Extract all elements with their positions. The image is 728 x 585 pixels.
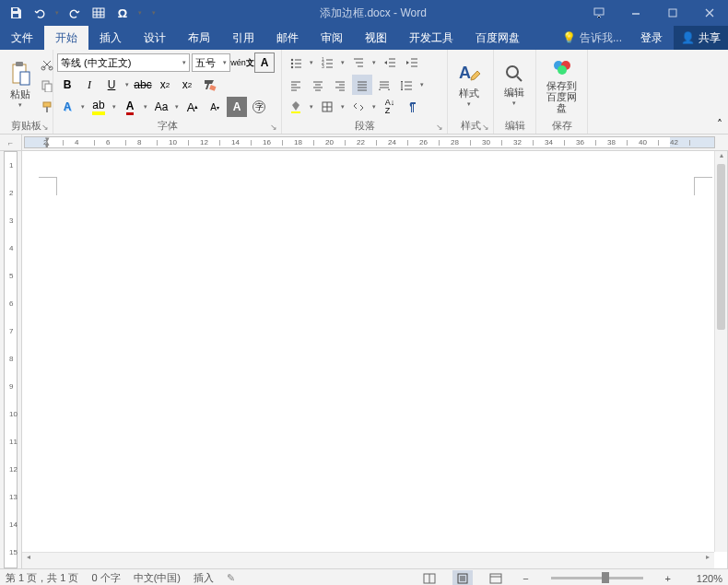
redo-icon[interactable]: [65, 3, 85, 23]
zoom-slider[interactable]: [551, 577, 643, 579]
login-button[interactable]: 登录: [629, 26, 674, 50]
zoom-level[interactable]: 120%: [687, 573, 722, 584]
tab-引用[interactable]: 引用: [221, 26, 265, 50]
phonetic-guide-icon[interactable]: wén文: [232, 53, 252, 73]
qat-customize-icon[interactable]: ▾: [147, 3, 160, 23]
symbol-dropdown-icon[interactable]: ▾: [136, 3, 144, 23]
maximize-icon[interactable]: [654, 0, 691, 26]
superscript-button[interactable]: x2: [177, 75, 197, 95]
zoom-in-icon[interactable]: +: [662, 573, 675, 584]
multilevel-list-icon[interactable]: [348, 53, 369, 73]
italic-button[interactable]: I: [79, 75, 100, 95]
status-extra-icon[interactable]: ✎: [227, 572, 235, 584]
status-mode[interactable]: 插入: [194, 571, 214, 585]
zoom-thumb[interactable]: [602, 572, 609, 583]
ruler-vertical[interactable]: 123456789101112131415: [0, 151, 22, 568]
zoom-out-icon[interactable]: −: [519, 573, 532, 584]
asian-layout-icon[interactable]: [348, 97, 369, 117]
multilevel-dropdown[interactable]: ▾: [370, 59, 378, 66]
ribbon-options-icon[interactable]: [581, 0, 617, 26]
save-icon[interactable]: [6, 3, 26, 23]
underline-dropdown[interactable]: ▾: [123, 81, 131, 88]
tab-开始[interactable]: 开始: [44, 26, 88, 50]
char-shading-icon[interactable]: Aa: [151, 97, 171, 117]
bullets-dropdown[interactable]: ▾: [308, 59, 315, 66]
char-shading-dropdown[interactable]: ▾: [173, 103, 181, 111]
shrink-font-icon[interactable]: A▾: [205, 97, 225, 117]
character-border-icon[interactable]: A: [254, 53, 275, 73]
view-web-icon[interactable]: [486, 570, 506, 586]
collapse-ribbon-icon[interactable]: ˄: [711, 50, 728, 134]
font-name-combo[interactable]: 等线 (中文正文)▾: [57, 53, 190, 72]
paste-button[interactable]: 粘贴 ▾: [4, 53, 37, 117]
increase-indent-icon[interactable]: [402, 53, 422, 73]
page[interactable]: [24, 151, 727, 568]
scrollbar-horizontal[interactable]: ◂ ▸: [22, 552, 714, 568]
styles-button[interactable]: A 样式▾: [452, 53, 487, 117]
undo-dropdown-icon[interactable]: ▾: [53, 3, 61, 23]
table-icon[interactable]: [88, 3, 109, 23]
undo-icon[interactable]: [29, 3, 50, 23]
underline-button[interactable]: U: [101, 75, 122, 95]
bold-button[interactable]: B: [57, 75, 77, 95]
status-page[interactable]: 第 1 页，共 1 页: [6, 571, 78, 585]
clear-format-icon[interactable]: [199, 75, 219, 95]
line-spacing-icon[interactable]: [396, 75, 417, 95]
tab-布局[interactable]: 布局: [177, 26, 221, 50]
show-marks-icon[interactable]: [402, 97, 422, 117]
minimize-icon[interactable]: [617, 0, 654, 26]
tab-文件[interactable]: 文件: [0, 26, 44, 50]
paragraph-launcher-icon[interactable]: ↘: [434, 122, 445, 133]
align-right-icon[interactable]: [330, 75, 350, 95]
highlight-icon[interactable]: ab: [88, 97, 109, 117]
asian-dropdown[interactable]: ▾: [370, 103, 378, 111]
scrollbar-vertical[interactable]: ▴: [714, 151, 727, 552]
tab-百度网盘[interactable]: 百度网盘: [464, 26, 531, 50]
strikethrough-button[interactable]: abc: [133, 75, 153, 95]
font-launcher-icon[interactable]: ↘: [268, 122, 279, 133]
view-print-icon[interactable]: [452, 570, 473, 586]
tab-邮件[interactable]: 邮件: [265, 26, 310, 50]
line-spacing-dropdown[interactable]: ▾: [418, 81, 426, 88]
font-color-dropdown[interactable]: ▾: [142, 103, 149, 111]
shading-icon[interactable]: [286, 97, 306, 117]
shading-dropdown[interactable]: ▾: [308, 103, 315, 111]
indent-marker[interactable]: ▪: [45, 142, 48, 148]
font-color-icon[interactable]: A: [120, 97, 140, 117]
numbering-dropdown[interactable]: ▾: [339, 59, 346, 66]
circled-char-icon[interactable]: 字: [249, 97, 269, 117]
text-effects-dropdown[interactable]: ▾: [79, 103, 87, 111]
tab-插入[interactable]: 插入: [88, 26, 133, 50]
scrollbar-thumb[interactable]: [717, 164, 725, 330]
editing-button[interactable]: 编辑▾: [498, 53, 531, 117]
view-read-icon[interactable]: [419, 570, 440, 586]
font-size-combo[interactable]: 五号▾: [192, 53, 230, 72]
clipboard-launcher-icon[interactable]: ↘: [40, 122, 51, 133]
document-canvas[interactable]: ▴ ◂ ▸: [22, 151, 728, 568]
symbol-icon[interactable]: Ω: [112, 3, 133, 23]
share-button[interactable]: 👤共享: [674, 26, 728, 50]
save-baidu-button[interactable]: 保存到百度网盘: [540, 53, 583, 117]
text-effects-icon[interactable]: A: [57, 97, 77, 117]
tab-审阅[interactable]: 审阅: [310, 26, 354, 50]
close-icon[interactable]: [691, 0, 728, 26]
borders-dropdown[interactable]: ▾: [339, 103, 346, 111]
numbering-icon[interactable]: 123: [317, 53, 337, 73]
tab-视图[interactable]: 视图: [354, 26, 398, 50]
tab-设计[interactable]: 设计: [133, 26, 177, 50]
distributed-icon[interactable]: [374, 75, 394, 95]
align-center-icon[interactable]: [308, 75, 328, 95]
sort-icon[interactable]: A↓Z: [380, 97, 400, 117]
styles-launcher-icon[interactable]: ↘: [480, 122, 491, 133]
status-language[interactable]: 中文(中国): [134, 571, 181, 585]
grow-font-icon[interactable]: A▴: [182, 97, 203, 117]
borders-icon[interactable]: [317, 97, 337, 117]
tab-开发工具[interactable]: 开发工具: [398, 26, 464, 50]
tab-selector-icon[interactable]: ⌐: [0, 135, 22, 150]
ruler-horizontal[interactable]: ⌐ 24681012141618202224262830323436384042…: [0, 135, 728, 151]
status-words[interactable]: 0 个字: [91, 571, 120, 585]
enclose-char-icon[interactable]: A: [227, 97, 247, 117]
subscript-button[interactable]: x2: [155, 75, 175, 95]
align-left-icon[interactable]: [286, 75, 306, 95]
highlight-dropdown[interactable]: ▾: [111, 103, 118, 111]
